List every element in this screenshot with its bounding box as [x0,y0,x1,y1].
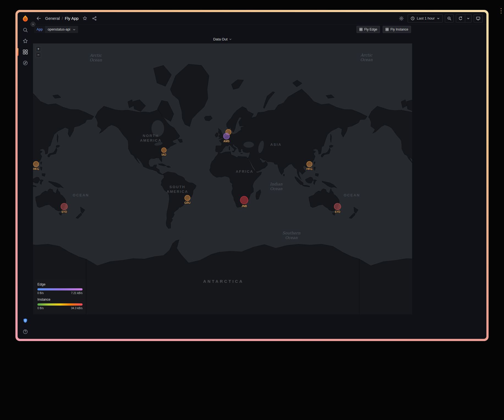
link-label: Fly Instance [390,28,408,31]
link-label: Fly Edge [364,28,377,31]
magnifier-minus-icon [447,16,451,21]
grid-icon [359,28,363,31]
map-marker-label: AMS [223,140,230,143]
map-marker-label: SYD [335,210,341,213]
sidebar-item-explore[interactable] [18,57,33,68]
star-icon [23,38,28,44]
template-variable-app: App openstatus-api [34,26,78,33]
time-range-label: Last 1 hour [417,16,435,20]
link-fly-edge[interactable]: Fly Edge [357,26,380,33]
grafana-logo[interactable] [21,15,29,23]
legend-section-instance: Instance 0 B/s 34.3 kB/s [37,298,83,310]
chevron-right-icon: › [32,23,34,26]
dashboard-grid: Data Out ArcticOceanArcticOceanNORTHAMER… [33,35,486,339]
arrow-left-icon [36,16,42,21]
dashboard-header: General / Fly App Last 1 hour [33,12,486,25]
time-range-picker[interactable]: Last 1 hour [408,14,443,23]
header-actions: Last 1 hour [397,14,483,23]
map-marker-label: SYD [61,210,67,213]
breadcrumb-dashboard: Fly App [65,16,79,21]
breadcrumb-folder[interactable]: General [45,16,60,21]
tv-mode-button[interactable] [474,14,483,23]
sidebar-item-dashboards[interactable] [18,46,33,57]
share-alt-icon [92,16,97,21]
search-icon [23,27,28,33]
main-content: General / Fly App Last 1 hour [33,12,486,339]
legend-gradient-bar [37,288,83,290]
map-marker-HKG[interactable] [307,161,312,167]
refresh-interval-caret[interactable] [465,15,471,22]
nav-sidebar [18,12,33,339]
panel-menu-caret[interactable] [229,38,232,41]
dashboard-settings-button[interactable] [397,14,406,23]
favorite-button[interactable] [81,14,89,23]
map-geo-label: ArcticOcean [360,53,373,62]
grafana-app: › General / Fly App [18,12,486,339]
map-zoom-controls: + − [36,46,41,57]
map-marker-AMS[interactable] [223,133,229,139]
clock-icon [410,16,415,21]
back-button[interactable] [35,14,43,23]
map-geo-label: ASIA [270,142,281,147]
map-marker-label: GRU [184,201,190,204]
shield-icon [23,318,28,323]
map-marker-SYD[interactable] [61,203,67,210]
map-geo-label: AFRICA [236,169,253,174]
screen-edge-dots [501,8,502,13]
chevron-down-icon [467,17,470,20]
map-marker-label: HKG [306,168,312,171]
map-marker-label: IAD [161,153,166,156]
refresh-button[interactable] [456,15,465,22]
geomap-canvas[interactable]: ArcticOceanArcticOceanNORTHAMERICAASIAAF… [33,43,412,314]
map-geo-label: OCEAN [73,193,89,197]
breadcrumb: General / Fly App [45,16,79,21]
map-marker-HKG[interactable] [33,161,39,167]
refresh-icon [458,16,463,21]
panel-header: Data Out [33,35,412,43]
grafana-flame-icon [21,15,29,23]
share-button[interactable] [90,14,98,23]
grid-icon [385,28,389,31]
sidebar-item-starred[interactable] [18,35,33,46]
map-geo-label: ArcticOcean [90,53,102,62]
legend-title: Edge [37,282,83,286]
legend-max: 34.3 kB/s [71,307,83,310]
legend-max: 7.21 kB/s [71,292,83,295]
legend-min: 0 B/s [37,292,44,295]
map-legend: Edge 0 B/s 7.21 kB/s Instance [34,280,86,312]
zoom-in-button[interactable]: + [36,46,41,51]
variable-label: App [34,26,45,33]
geomap-panel: Data Out ArcticOceanArcticOceanNORTHAMER… [33,35,412,314]
sidebar-item-help[interactable] [18,326,33,337]
map-marker-label: HKG [33,168,39,171]
legend-min: 0 B/s [37,307,44,310]
map-marker-SYD[interactable] [334,203,341,210]
map-geo-label: IndianOcean [270,182,283,191]
chevron-down-icon [229,38,232,41]
legend-section-edge: Edge 0 B/s 7.21 kB/s [37,282,83,295]
map-marker-IAD[interactable] [161,148,166,153]
gear-icon [399,16,404,21]
sidebar-item-server-admin[interactable] [18,315,33,326]
question-circle-icon [23,329,28,334]
chevron-down-icon [437,17,440,20]
zoom-out-time-button[interactable] [445,14,454,23]
compass-icon [23,60,28,66]
breadcrumb-separator: / [62,16,63,21]
variable-value: openstatus-api [48,28,70,31]
world-map[interactable]: ArcticOceanArcticOceanNORTHAMERICAASIAAF… [33,43,412,314]
dashboards-grid-icon [23,49,28,55]
dashboard-links: Fly Edge Fly Instance [357,26,411,33]
zoom-out-button[interactable]: − [36,52,41,57]
sidebar-expand-button[interactable]: › [31,22,35,27]
legend-gradient-bar [37,303,83,306]
map-geo-label: OCEAN [344,193,360,197]
link-fly-instance[interactable]: Fly Instance [383,26,411,33]
variable-value-dropdown[interactable]: openstatus-api [45,26,78,33]
map-marker-JNB[interactable] [240,196,248,204]
map-marker-GRU[interactable] [185,195,190,201]
legend-title: Instance [37,298,83,301]
panel-title: Data Out [213,37,228,41]
sidebar-item-search[interactable] [18,24,33,35]
monitor-icon [476,16,480,21]
